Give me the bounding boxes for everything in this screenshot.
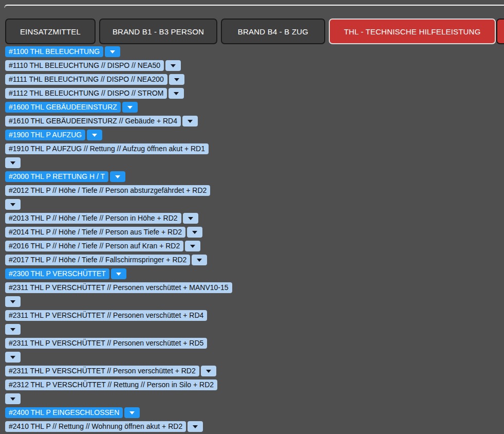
dropdown-toggle-button[interactable] <box>105 46 120 57</box>
incident-row-wrapped-dropdown <box>5 352 232 363</box>
tab-label: EINSATZMITTEL <box>20 27 81 36</box>
dropdown-toggle-button[interactable] <box>87 130 102 140</box>
incident-type-button[interactable]: #1910 THL P AUFZUG // Rettung // Aufzug … <box>5 143 209 154</box>
tab-label: THL - TECHNISCHE HILFELEISTUNG <box>344 27 480 36</box>
tab-bar: EINSATZMITTELBRAND B1 - B3 PERSONBRAND B… <box>5 19 496 44</box>
incident-row: #2017 THL P // Höhe / Tiefe // Fallschir… <box>5 255 232 265</box>
incident-type-button[interactable]: #2014 THL P // Höhe / Tiefe // Person au… <box>5 227 185 238</box>
caret-down-icon <box>10 161 15 165</box>
caret-down-icon <box>190 245 195 248</box>
incident-row-wrapped-dropdown <box>5 199 232 210</box>
tab-thl-technische-hilfeleistung[interactable]: THL - TECHNISCHE HILFELEISTUNG <box>329 19 496 44</box>
dropdown-toggle-button[interactable] <box>5 157 21 168</box>
incident-row-wrapped-dropdown <box>5 393 232 404</box>
incident-type-button[interactable]: #2013 THL P // Höhe / Tiefe // Person in… <box>5 213 181 224</box>
incident-type-button[interactable]: #1110 THL BELEUCHTUNG // DISPO // NEA50 <box>5 60 164 71</box>
incident-row: #2400 THL P EINGESCHLOSSEN <box>5 407 232 418</box>
incident-row: #2311 THL P VERSCHÜTTET // Personen vers… <box>5 310 232 321</box>
incident-type-button[interactable]: #1112 THL BELEUCHTUNG // DISPO // STROM <box>5 88 167 99</box>
incident-row-wrapped-dropdown <box>5 296 232 307</box>
dropdown-toggle-button[interactable] <box>169 88 184 99</box>
incident-type-button[interactable]: #1111 THL BELEUCHTUNG // DISPO // NEA200 <box>5 74 167 85</box>
panel-top-border <box>4 5 504 8</box>
incident-row: #1910 THL P AUFZUG // Rettung // Aufzug … <box>5 143 232 154</box>
caret-down-icon <box>92 134 97 137</box>
tab-brand-b1-b3-person[interactable]: BRAND B1 - B3 PERSON <box>99 19 217 44</box>
incident-row: #1100 THL BELEUCHTUNG <box>5 46 232 57</box>
incident-row: #1112 THL BELEUCHTUNG // DISPO // STROM <box>5 88 232 99</box>
tab-label: BRAND B4 - B ZUG <box>238 27 308 36</box>
dropdown-toggle-button[interactable] <box>5 393 21 404</box>
dropdown-toggle-button[interactable] <box>5 324 21 335</box>
dropdown-toggle-button[interactable] <box>185 241 200 251</box>
dropdown-toggle-button[interactable] <box>187 227 202 238</box>
incident-category-button[interactable]: #1600 THL GEBÄUDEEINSTURZ <box>5 102 121 113</box>
dropdown-toggle-button[interactable] <box>110 171 125 182</box>
caret-down-icon <box>171 64 176 67</box>
incident-row: #2014 THL P // Höhe / Tiefe // Person au… <box>5 227 232 238</box>
dropdown-toggle-button[interactable] <box>182 116 198 126</box>
incident-type-button[interactable]: #2311 THL P VERSCHÜTTET // Personen vers… <box>5 310 207 321</box>
caret-down-icon <box>188 120 193 123</box>
dropdown-toggle-button[interactable] <box>201 366 216 376</box>
tab-einsatzmittel[interactable]: EINSATZMITTEL <box>5 19 96 44</box>
dropdown-toggle-button[interactable] <box>122 102 138 113</box>
incident-type-button[interactable]: #2410 THL P // Rettung // Wohnung öffnen… <box>5 421 186 432</box>
incident-row: #2311 THL P VERSCHÜTTET // Person versch… <box>5 366 232 376</box>
incident-row: #2311 THL P VERSCHÜTTET // Personen vers… <box>5 282 232 293</box>
incident-row-wrapped-dropdown <box>5 157 232 168</box>
incident-row: #2016 THL P // Höhe / Tiefe // Person au… <box>5 241 232 251</box>
incident-type-button[interactable]: #1610 THL GEBÄUDEEINSTURZ // Gebäude + R… <box>5 116 181 126</box>
caret-down-icon <box>10 300 15 303</box>
caret-down-icon <box>10 328 15 331</box>
incident-type-button[interactable]: #2016 THL P // Höhe / Tiefe // Person au… <box>5 241 183 251</box>
caret-down-icon <box>127 106 133 109</box>
incident-row: #2311 THL P VERSCHÜTTET // Personen vers… <box>5 338 232 349</box>
caret-down-icon <box>129 411 135 414</box>
dropdown-toggle-button[interactable] <box>183 213 198 224</box>
dropdown-toggle-button[interactable] <box>192 255 207 265</box>
incident-category-button[interactable]: #2300 THL P VERSCHÜTTET <box>5 268 109 279</box>
caret-down-icon <box>10 397 15 401</box>
incident-category-button[interactable]: #1100 THL BELEUCHTUNG <box>5 46 103 57</box>
dropdown-toggle-button[interactable] <box>5 352 21 363</box>
incident-row: #1600 THL GEBÄUDEEINSTURZ <box>5 102 232 113</box>
dropdown-toggle-button[interactable] <box>5 199 21 210</box>
incident-row-wrapped-dropdown <box>5 324 232 335</box>
incident-type-button[interactable]: #2311 THL P VERSCHÜTTET // Person versch… <box>5 366 199 376</box>
caret-down-icon <box>10 356 15 359</box>
incident-button-list: #1100 THL BELEUCHTUNG#1110 THL BELEUCHTU… <box>5 46 232 434</box>
incident-row: #1900 THL P AUFZUG <box>5 130 232 140</box>
dropdown-toggle-button[interactable] <box>111 268 126 279</box>
incident-category-button[interactable]: #2000 THL P RETTUNG H / T <box>5 171 108 182</box>
caret-down-icon <box>197 259 202 262</box>
incident-row: #1111 THL BELEUCHTUNG // DISPO // NEA200 <box>5 74 232 85</box>
caret-down-icon <box>116 273 121 276</box>
incident-row: #2410 THL P // Rettung // Wohnung öffnen… <box>5 421 232 432</box>
caret-down-icon <box>192 231 197 234</box>
caret-down-icon <box>115 175 120 178</box>
incident-type-button[interactable]: #2312 THL P VERSCHÜTTET // Rettung // Pe… <box>5 379 217 390</box>
incident-type-button[interactable]: #2017 THL P // Höhe / Tiefe // Fallschir… <box>5 255 190 265</box>
caret-down-icon <box>193 425 198 428</box>
incident-type-button[interactable]: #2311 THL P VERSCHÜTTET // Personen vers… <box>5 338 207 349</box>
incident-type-button[interactable]: #2012 THL P // Höhe / Tiefe // Person ab… <box>5 185 210 196</box>
dropdown-toggle-button[interactable] <box>188 421 203 432</box>
tab-label: BRAND B1 - B3 PERSON <box>113 27 204 36</box>
dropdown-toggle-button[interactable] <box>169 74 184 85</box>
incident-row: #2013 THL P // Höhe / Tiefe // Person in… <box>5 213 232 224</box>
incident-category-button[interactable]: #1900 THL P AUFZUG <box>5 130 85 140</box>
dropdown-toggle-button[interactable] <box>165 60 181 71</box>
dropdown-toggle-button[interactable] <box>5 296 21 307</box>
caret-down-icon <box>110 50 115 53</box>
caret-down-icon <box>188 217 193 220</box>
incident-row: #2312 THL P VERSCHÜTTET // Rettung // Pe… <box>5 379 232 390</box>
tab-partial-next[interactable] <box>496 19 504 44</box>
dropdown-toggle-button[interactable] <box>124 407 140 418</box>
caret-down-icon <box>174 92 179 95</box>
incident-row: #2300 THL P VERSCHÜTTET <box>5 268 232 279</box>
incident-row: #1610 THL GEBÄUDEEINSTURZ // Gebäude + R… <box>5 116 232 126</box>
incident-category-button[interactable]: #2400 THL P EINGESCHLOSSEN <box>5 407 123 418</box>
tab-brand-b4-b-zug[interactable]: BRAND B4 - B ZUG <box>221 19 325 44</box>
incident-type-button[interactable]: #2311 THL P VERSCHÜTTET // Personen vers… <box>5 282 232 293</box>
